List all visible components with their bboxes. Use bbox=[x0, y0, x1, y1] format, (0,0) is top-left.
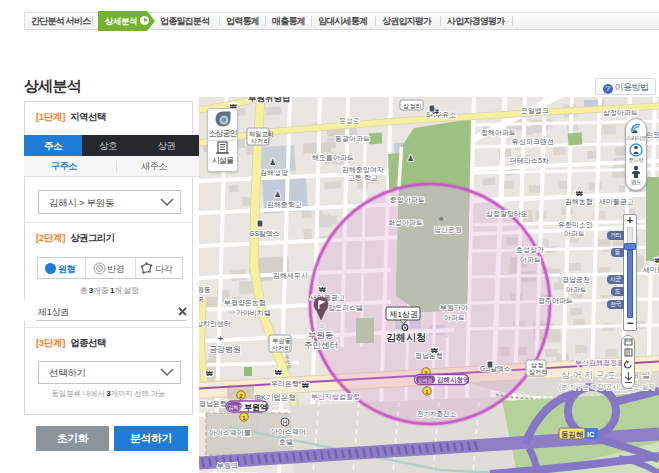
svg-text:김해중앙여자: 김해중앙여자 bbox=[342, 166, 384, 173]
svg-text:GS칼텍스: GS칼텍스 bbox=[249, 230, 280, 237]
svg-text:화성아파트: 화성아파트 bbox=[388, 219, 423, 227]
svg-text:부원역: 부원역 bbox=[244, 403, 268, 412]
svg-text:아이스웨어몰: 아이스웨어몰 bbox=[209, 429, 251, 436]
svg-text:₩: ₩ bbox=[319, 286, 326, 293]
svg-text:♟: ♟ bbox=[269, 158, 276, 167]
svg-text:IC: IC bbox=[587, 430, 595, 439]
svg-text:김해농협: 김해농협 bbox=[565, 198, 593, 205]
svg-text:경남은행: 경남은행 bbox=[415, 352, 443, 360]
svg-text:삼정아파트: 삼정아파트 bbox=[603, 109, 638, 117]
svg-text:♣: ♣ bbox=[439, 215, 444, 222]
svg-text:호성상가: 호성상가 bbox=[516, 246, 544, 254]
svg-text:동광아파트: 동광아파트 bbox=[335, 135, 370, 142]
svg-text:제일교회: 제일교회 bbox=[249, 130, 274, 137]
svg-text:김해경: 김해경 bbox=[229, 404, 244, 411]
svg-text:오일뱅크: 오일뱅크 bbox=[521, 107, 549, 114]
svg-text:강오피스텔: 강오피스텔 bbox=[328, 304, 363, 311]
svg-text:새마을금고: 새마을금고 bbox=[598, 198, 634, 205]
svg-text:₩: ₩ bbox=[275, 369, 282, 376]
svg-text:가야비치텔: 가야비치텔 bbox=[236, 309, 271, 316]
svg-text:아파트: 아파트 bbox=[564, 230, 585, 237]
svg-text:₩: ₩ bbox=[302, 382, 309, 389]
svg-text:+: + bbox=[218, 334, 223, 344]
svg-text:부원위령탑: 부원위령탑 bbox=[248, 97, 291, 103]
svg-text:(본 지구는 예정/공사 중으로 실제: (본 지구는 예정/공사 중으로 실제 bbox=[559, 383, 655, 391]
svg-text:아파트: 아파트 bbox=[566, 286, 587, 293]
svg-text:해오름아파트: 해오름아파트 bbox=[312, 154, 354, 161]
svg-text:제1상권: 제1상권 bbox=[390, 310, 418, 319]
svg-text:₩: ₩ bbox=[655, 257, 659, 264]
svg-text:부원역: 부원역 bbox=[217, 462, 238, 469]
svg-text:금강병원: 금강병원 bbox=[209, 345, 241, 354]
svg-text:동김해: 동김해 bbox=[561, 430, 584, 439]
svg-text:부원동: 부원동 bbox=[308, 330, 334, 340]
svg-text:상치안센터: 상치안센터 bbox=[199, 320, 231, 327]
svg-text:유한미소안: 유한미소안 bbox=[558, 221, 593, 228]
svg-text:호텔: 호텔 bbox=[279, 438, 293, 445]
svg-text:₩: ₩ bbox=[206, 370, 213, 377]
svg-text:고등 학교: 고등 학교 bbox=[348, 174, 378, 181]
svg-text:아파트: 아파트 bbox=[444, 314, 465, 321]
svg-text:H: H bbox=[282, 419, 287, 426]
svg-text:경주아파트: 경주아파트 bbox=[538, 297, 573, 305]
svg-text:경남궁전: 경남궁전 bbox=[562, 276, 590, 284]
svg-text:중앙아파트: 중앙아파트 bbox=[390, 196, 425, 203]
svg-text:김해성당: 김해성당 bbox=[260, 169, 289, 177]
svg-text:김해시청역: 김해시청역 bbox=[437, 376, 470, 384]
svg-text:남산공원: 남산공원 bbox=[434, 226, 462, 234]
svg-text:김해세무서: 김해세무서 bbox=[273, 272, 308, 279]
svg-text:김해시청: 김해시청 bbox=[386, 332, 426, 343]
svg-text:유신파크맨션: 유신파크맨션 bbox=[512, 138, 554, 145]
svg-text:더테라스5차: 더테라스5차 bbox=[510, 157, 549, 164]
svg-text:♟: ♟ bbox=[407, 154, 414, 163]
svg-text:♟: ♟ bbox=[274, 190, 281, 199]
svg-text:⌂: ⌂ bbox=[320, 322, 324, 329]
svg-text:부원가야: 부원가야 bbox=[440, 304, 468, 311]
svg-text:원동: 원동 bbox=[199, 286, 211, 293]
svg-text:부산지방검찰청: 부산지방검찰청 bbox=[311, 393, 360, 401]
svg-text:새마을금고: 새마을금고 bbox=[642, 266, 659, 273]
svg-text:경남은행: 경남은행 bbox=[199, 400, 227, 408]
svg-text:우리은행: 우리은행 bbox=[271, 380, 299, 388]
svg-text:분성로: 분성로 bbox=[339, 117, 360, 125]
svg-text:아파트: 아파트 bbox=[520, 256, 541, 263]
svg-text:주민센터: 주민센터 bbox=[304, 340, 338, 350]
svg-text:삼거리: 삼거리 bbox=[529, 368, 548, 375]
svg-text:전기차충전소: 전기차충전소 bbox=[417, 410, 457, 417]
svg-text:사거리: 사거리 bbox=[251, 137, 270, 144]
svg-text:₩: ₩ bbox=[576, 190, 583, 197]
svg-text:삼어지구도시개발: 삼어지구도시개발 bbox=[561, 370, 653, 380]
svg-text:부원동: 부원동 bbox=[272, 337, 291, 344]
svg-text:GS칼텍스: GS칼텍스 bbox=[480, 365, 511, 372]
svg-text:김해중학교: 김해중학교 bbox=[267, 201, 302, 208]
svg-text:아이스웨어: 아이스웨어 bbox=[271, 428, 306, 435]
svg-text:부경양돈농협: 부경양돈농협 bbox=[224, 299, 266, 307]
svg-text:부산김해경전철: 부산김해경전철 bbox=[575, 359, 624, 367]
svg-text:삼정리: 삼정리 bbox=[403, 102, 422, 110]
svg-text:삼정깔딩타운: 삼정깔딩타운 bbox=[486, 210, 528, 218]
svg-text:사거리: 사거리 bbox=[272, 344, 291, 351]
svg-text:₩: ₩ bbox=[431, 347, 438, 354]
svg-text:청해아파트: 청해아파트 bbox=[481, 129, 516, 137]
svg-text:국: 국 bbox=[199, 296, 204, 303]
